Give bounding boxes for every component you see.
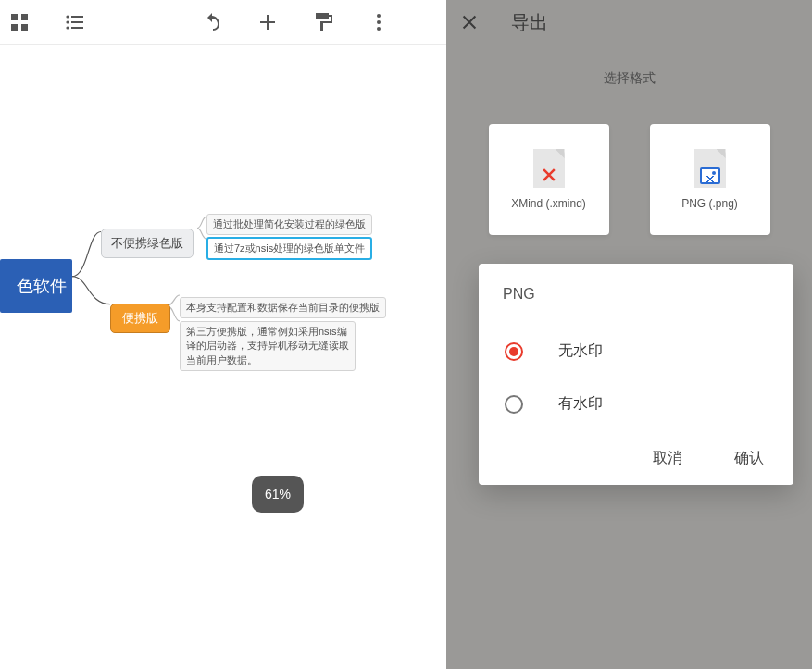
svg-point-6 (66, 20, 69, 23)
svg-rect-1 (21, 14, 28, 20)
radio-icon (505, 395, 523, 414)
svg-point-13 (377, 20, 381, 24)
format-card-xmind[interactable]: XMind (.xmind) (489, 124, 609, 235)
dialog-title: PNG (503, 286, 769, 303)
svg-point-14 (377, 27, 381, 31)
mindmap-root-node[interactable]: 色软件 (0, 259, 72, 313)
more-vert-icon[interactable] (367, 10, 391, 34)
add-icon[interactable] (256, 10, 280, 34)
confirm-button[interactable]: 确认 (734, 449, 764, 468)
export-panel: 导出 选择格式 XMind (.xmind) PNG (.png) PNG 无水… (446, 0, 812, 669)
select-format-label: 选择格式 (446, 70, 812, 87)
svg-rect-7 (71, 21, 83, 23)
mindmap-leaf-node-selected[interactable]: 通过7z或nsis处理的绿色版单文件 (206, 237, 372, 260)
xmind-file-icon (533, 149, 565, 188)
undo-icon[interactable] (200, 10, 224, 34)
mindmap-editor-pane: 色软件 不便携绿色版 便携版 通过批处理简化安装过程的绿色版 通过7z或nsis… (0, 0, 446, 669)
mindmap-branch-node[interactable]: 便携版 (110, 304, 170, 333)
dialog-actions: 取消 确认 (503, 449, 769, 468)
svg-rect-5 (71, 16, 83, 18)
radio-icon (505, 342, 523, 361)
export-panel-title: 导出 (511, 10, 548, 35)
png-options-dialog: PNG 无水印 有水印 取消 确认 (479, 264, 793, 485)
svg-rect-0 (11, 14, 18, 20)
close-icon[interactable] (457, 10, 481, 34)
svg-rect-9 (71, 27, 83, 29)
mindmap-branch-node[interactable]: 不便携绿色版 (101, 229, 194, 258)
radio-no-watermark[interactable]: 无水印 (503, 325, 769, 378)
format-caption: XMind (.xmind) (511, 197, 586, 210)
format-paint-icon[interactable] (311, 10, 335, 34)
mindmap-leaf-node[interactable]: 通过批处理简化安装过程的绿色版 (206, 214, 372, 235)
view-grid-icon[interactable] (7, 10, 31, 34)
png-file-icon (694, 149, 726, 188)
svg-point-12 (377, 14, 381, 18)
mindmap-canvas[interactable]: 色软件 不便携绿色版 便携版 通过批处理简化安装过程的绿色版 通过7z或nsis… (0, 44, 446, 669)
mindmap-leaf-node[interactable]: 第三方便携版，通常例如采用nsis编译的启动器，支持异机移动无缝读取当前用户数据… (180, 321, 356, 371)
radio-label: 无水印 (558, 341, 603, 361)
format-card-png[interactable]: PNG (.png) (650, 124, 770, 235)
svg-rect-3 (21, 24, 28, 31)
radio-with-watermark[interactable]: 有水印 (503, 378, 769, 430)
editor-toolbar (0, 0, 446, 44)
zoom-indicator: 61% (252, 476, 304, 513)
outline-list-icon[interactable] (63, 10, 87, 34)
export-panel-header: 导出 (446, 0, 812, 44)
radio-label: 有水印 (558, 394, 603, 414)
format-caption: PNG (.png) (681, 197, 738, 210)
cancel-button[interactable]: 取消 (653, 449, 682, 468)
svg-rect-11 (260, 21, 275, 23)
svg-point-4 (66, 15, 69, 18)
format-card-list: XMind (.xmind) PNG (.png) (446, 124, 812, 235)
svg-point-8 (66, 26, 69, 29)
svg-rect-2 (11, 24, 18, 31)
mindmap-leaf-node[interactable]: 本身支持配置和数据保存当前目录的便携版 (180, 297, 386, 318)
